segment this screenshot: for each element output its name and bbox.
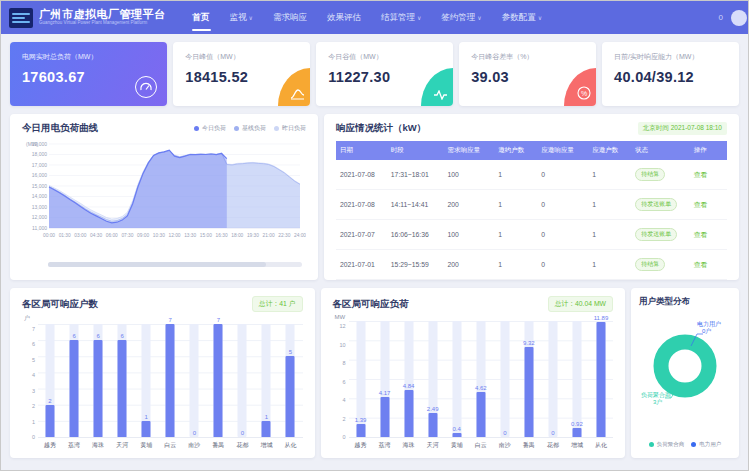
svg-text:19:30: 19:30 [247, 233, 259, 238]
y-tick: 6 [32, 341, 35, 347]
bar-column-增城: 0.92 [565, 321, 589, 437]
svg-text:01:30: 01:30 [59, 233, 71, 238]
main-nav: 首页监视∨需求响应效果评估结算管理∨签约管理∨参数配置∨ [184, 1, 552, 34]
legend-item-1[interactable]: 电力用户 [691, 441, 721, 448]
bar-value-label: 1 [134, 414, 158, 420]
bar-value-label: 4.17 [373, 390, 397, 396]
bar-column-白云: 7 [158, 324, 182, 437]
table-row: 2021-07-0817:31~18:01100101待结算查看 [336, 160, 727, 190]
svg-text:电力用户: 电力用户 [697, 320, 721, 328]
svg-text:17,000: 17,000 [32, 162, 48, 168]
bar-column-天河: 2.49 [421, 321, 445, 437]
middle-row: 今日用电负荷曲线 今日负荷基线负荷昨日负荷 (MW)11,00012,00013… [10, 114, 739, 280]
chart-zoom-handle[interactable] [48, 262, 266, 267]
bar [214, 324, 223, 437]
y-tick: 6 [342, 379, 345, 385]
load-curve-legend: 今日负荷基线负荷昨日负荷 [194, 124, 306, 133]
nav-item-4[interactable]: 结算管理∨ [372, 1, 430, 34]
bar [262, 421, 271, 437]
bar [428, 413, 437, 437]
nav-item-6[interactable]: 参数配置∨ [493, 1, 551, 34]
legend-item-0[interactable]: 今日负荷 [194, 124, 226, 133]
y-tick: 3 [32, 388, 35, 394]
bar-value-label: 0 [230, 430, 254, 436]
status-badge: 待结算 [635, 258, 665, 271]
bar-column-海珠: 4.84 [397, 321, 421, 437]
x-tick: 增城 [565, 441, 589, 450]
view-link[interactable]: 查看 [694, 171, 708, 178]
bar-value-label: 1 [254, 414, 278, 420]
legend-item-2[interactable]: 昨日负荷 [274, 124, 306, 133]
view-link[interactable]: 查看 [694, 201, 708, 208]
user-type-title: 用户类型分布 [639, 296, 690, 308]
table-cell: 200 [444, 250, 495, 280]
table-row: 2021-07-0115:29~15:59200101待结算查看 [336, 250, 727, 280]
user-avatar[interactable] [731, 10, 747, 26]
y-tick: 4 [342, 397, 345, 403]
svg-text:11,000: 11,000 [32, 225, 47, 231]
user-type-panel: 用户类型分布 电力用户0户负荷聚合商3户 负荷聚合商电力用户 [631, 288, 739, 458]
status-badge: 待发送账单 [635, 198, 677, 211]
x-tick: 天河 [421, 441, 445, 450]
district-users-panel: 各区局可响应户数 总计：41 户 户 7654321026661707015 越… [10, 288, 315, 458]
nav-item-2[interactable]: 需求响应 [264, 1, 316, 34]
bar-column-黄埔: 1 [134, 324, 158, 437]
x-tick: 番禺 [206, 441, 230, 450]
bar-column-天河: 6 [110, 324, 134, 437]
legend-item-1[interactable]: 基线负荷 [234, 124, 266, 133]
app-window: 广州市虚拟电厂管理平台 Guangzhou Virtual Power Plan… [0, 0, 749, 471]
table-cell: 1 [494, 220, 537, 250]
bar-value-label: 0 [541, 430, 565, 436]
svg-text:07:30: 07:30 [121, 233, 133, 238]
bar-track [548, 321, 557, 437]
bar [166, 324, 175, 437]
table-row: 2021-07-0814:11~14:41200101待发送账单查看 [336, 190, 727, 220]
svg-text:%: % [581, 90, 587, 97]
bar-column-白云: 4.62 [469, 321, 493, 437]
table-cell: 100 [444, 220, 495, 250]
x-tick: 增城 [254, 441, 278, 450]
bar-column-南沙: 0 [493, 321, 517, 437]
table-cell: 0 [537, 160, 588, 190]
district-load-total-badge: 总计：40.04 MW [548, 296, 613, 312]
table-cell: 1 [588, 190, 631, 220]
bar-value-label: 1.39 [349, 417, 373, 423]
bar-value-label: 6 [62, 333, 86, 339]
legend-dot-icon [234, 126, 239, 131]
legend-item-0[interactable]: 负荷聚合商 [649, 441, 685, 448]
user-type-donut: 电力用户0户负荷聚合商3户 [639, 308, 731, 416]
app-logo-icon [9, 8, 33, 28]
table-cell: 1 [494, 250, 537, 280]
bar-column-从化: 5 [278, 324, 302, 437]
nav-item-0[interactable]: 首页 [184, 1, 219, 34]
bar-value-label: 6 [110, 333, 134, 339]
chart-zoom-scrollbar[interactable] [48, 262, 302, 267]
y-tick: 1 [32, 419, 35, 425]
bar-value-label: 7 [158, 317, 182, 323]
bar-column-南沙: 0 [182, 324, 206, 437]
x-tick: 黄埔 [134, 441, 158, 450]
y-axis-ticks: 121086420 [333, 323, 349, 440]
bar-value-label: 0.92 [565, 421, 589, 427]
svg-text:03:00: 03:00 [74, 233, 86, 238]
y-tick: 2 [342, 416, 345, 422]
view-link[interactable]: 查看 [694, 231, 708, 238]
bar-column-花都: 0 [230, 324, 254, 437]
kpi-card-peak-valley-rate: 今日峰谷差率（%） 39.03 % [459, 42, 596, 106]
nav-item-3[interactable]: 效果评估 [318, 1, 370, 34]
bar-value-label: 11.89 [589, 315, 613, 321]
nav-item-5[interactable]: 签约管理∨ [432, 1, 490, 34]
legend-dot-icon [691, 442, 696, 447]
nav-item-1[interactable]: 监视∨ [221, 1, 262, 34]
bar-plot: 26661707015 [38, 324, 303, 438]
col-header-7: 操作 [690, 141, 727, 160]
table-row: 2021-07-0716:06~16:36100101待发送账单查看 [336, 220, 727, 250]
table-cell: 2021-07-01 [336, 250, 387, 280]
table-cell: 0 [537, 220, 588, 250]
view-link[interactable]: 查看 [694, 261, 708, 268]
bar-column-荔湾: 6 [62, 324, 86, 437]
x-axis-labels: 越秀荔湾海珠天河黄埔白云南沙番禺花都增城从化 [349, 441, 614, 450]
district-users-total-badge: 总计：41 户 [252, 296, 303, 312]
col-header-0: 日期 [336, 141, 387, 160]
dashboard-content: 电网实时总负荷（MW） 17603.67 今日峰值（MW） 18415.52 今… [1, 34, 748, 470]
